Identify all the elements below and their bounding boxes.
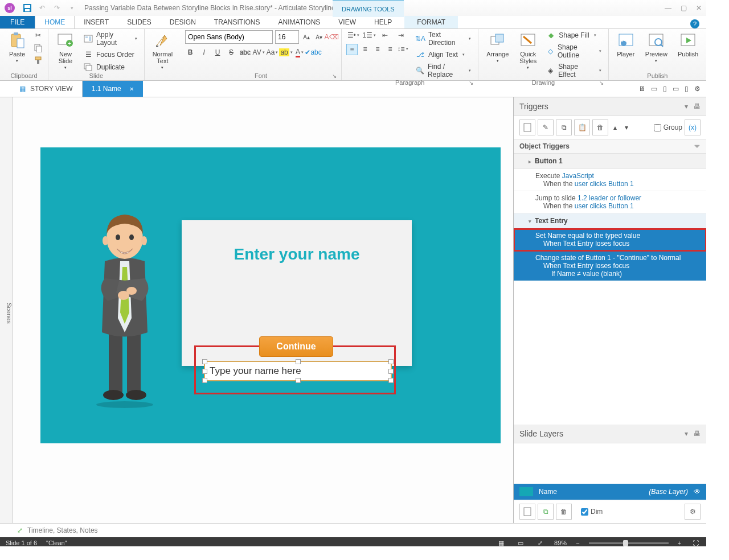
edit-trigger-button[interactable]: ✎ — [538, 120, 554, 135]
launcher-icon[interactable]: ↘ — [599, 80, 604, 86]
shape-outline-button[interactable]: ◇Shape Outline — [544, 43, 603, 60]
align-right-icon[interactable]: ≡ — [372, 44, 383, 54]
device-desktop-icon[interactable]: 🖥 — [638, 84, 645, 94]
redo-icon[interactable]: ↷ — [52, 3, 62, 13]
find-replace-button[interactable]: 🔍Find / Replace — [413, 62, 473, 79]
clear-format-icon[interactable]: A⌫ — [326, 32, 337, 42]
player-button[interactable]: Player — [613, 30, 638, 59]
copy-icon[interactable] — [33, 43, 43, 53]
minimize-icon[interactable]: — — [665, 4, 671, 12]
trigger-item[interactable]: Execute JavaScript When the user clicks … — [514, 169, 706, 191]
char-spacing-icon[interactable]: AV — [253, 47, 264, 57]
save-icon[interactable] — [23, 3, 32, 13]
underline-icon[interactable]: U — [212, 47, 223, 57]
cut-icon[interactable]: ✂ — [33, 30, 43, 40]
expand-icon[interactable]: ⤢ — [17, 526, 23, 534]
device-tablet-portrait-icon[interactable]: ▯ — [663, 84, 667, 94]
zoom-out-icon[interactable]: − — [576, 540, 579, 546]
scenes-strip[interactable]: Scenes — [0, 97, 13, 523]
text-entry-field[interactable]: Type your name here — [204, 361, 392, 381]
justify-icon[interactable]: ≡ — [385, 44, 395, 54]
maximize-icon[interactable]: ▢ — [681, 4, 687, 12]
tab-animations[interactable]: ANIMATIONS — [269, 16, 330, 28]
duplicate-layer-button[interactable]: ⧉ — [538, 504, 554, 520]
highlight-icon[interactable]: ab — [281, 47, 291, 57]
device-phone-landscape-icon[interactable]: ▭ — [673, 84, 679, 94]
move-up-icon[interactable]: ▴ — [611, 120, 620, 135]
italic-icon[interactable]: I — [199, 47, 209, 57]
publish-button[interactable]: Publish — [674, 30, 702, 59]
device-tablet-landscape-icon[interactable]: ▭ — [651, 84, 657, 94]
bullets-icon[interactable]: ☰• — [346, 30, 360, 40]
zoom-in-icon[interactable]: + — [678, 540, 681, 546]
normal-text-button[interactable]: Normal Text▾ — [149, 30, 176, 71]
strike-icon[interactable]: S — [226, 47, 236, 57]
paste-button[interactable]: Paste▾ — [5, 30, 30, 64]
copy-trigger-button[interactable]: ⧉ — [556, 120, 572, 135]
trigger-node-button1[interactable]: Button 1 — [514, 154, 706, 169]
shape-fill-button[interactable]: ◆Shape Fill — [544, 30, 603, 40]
trigger-item[interactable]: Jump to slide 1.2 leader or follower Whe… — [514, 191, 706, 213]
bold-icon[interactable]: B — [185, 47, 195, 57]
tab-insert[interactable]: INSERT — [75, 16, 118, 28]
paste-trigger-button[interactable]: 📋 — [574, 120, 590, 135]
preview-button[interactable]: Preview▾ — [642, 30, 671, 64]
close-tab-icon[interactable]: ✕ — [129, 86, 134, 92]
canvas[interactable]: Enter your name Type your name here — [13, 97, 513, 523]
duplicate-button[interactable]: Duplicate — [81, 62, 140, 72]
new-trigger-button[interactable] — [519, 120, 535, 135]
eye-icon[interactable]: 👁 — [694, 488, 701, 496]
font-family-select[interactable] — [185, 30, 273, 44]
layer-settings-button[interactable]: ⚙ — [685, 504, 701, 520]
undo-icon[interactable]: ↶ — [38, 3, 47, 13]
zoom-slider[interactable] — [589, 542, 669, 544]
collapse-icon[interactable]: ▾ — [685, 430, 688, 438]
tab-help[interactable]: HELP — [365, 16, 401, 28]
group-checkbox[interactable]: Group — [654, 123, 682, 131]
base-layer-item[interactable]: Name (Base Layer) 👁 — [514, 484, 706, 500]
decrease-indent-icon[interactable]: ⇤ — [378, 30, 392, 40]
print-icon[interactable]: 🖶 — [694, 102, 701, 110]
filter-icon[interactable]: ⏷ — [694, 142, 701, 150]
fit-window-icon[interactable]: ⛶ — [690, 538, 701, 546]
align-text-button[interactable]: ⎇Align Text — [413, 50, 473, 60]
format-painter-icon[interactable] — [33, 55, 43, 65]
close-window-icon[interactable]: ✕ — [696, 4, 702, 12]
increase-indent-icon[interactable]: ⇥ — [394, 30, 408, 40]
grid-view-icon[interactable]: ▦ — [496, 538, 506, 546]
tab-home[interactable]: HOME — [35, 15, 75, 28]
arrange-button[interactable]: Arrange▾ — [483, 30, 512, 64]
quick-styles-button[interactable]: Quick Styles▾ — [515, 30, 540, 71]
spellcheck-icon[interactable]: ✔abc — [308, 47, 318, 57]
new-slide-button[interactable]: + New Slide▾ — [53, 30, 78, 71]
apply-layout-button[interactable]: Apply Layout — [81, 30, 140, 47]
shape-effect-button[interactable]: ◈Shape Effect — [544, 62, 603, 79]
single-view-icon[interactable]: ▭ — [515, 538, 526, 546]
line-spacing-icon[interactable]: ↕≡ — [398, 44, 408, 54]
tab-format[interactable]: FORMAT — [404, 16, 458, 28]
continue-button[interactable]: Continue — [259, 336, 333, 357]
timeline-strip[interactable]: ⤢ Timeline, States, Notes — [0, 523, 706, 537]
gear-icon[interactable]: ⚙ — [694, 84, 701, 94]
collapse-icon[interactable]: ▾ — [685, 102, 688, 110]
move-down-icon[interactable]: ▾ — [622, 120, 631, 135]
qat-customize-icon[interactable]: ▾ — [67, 3, 76, 13]
launcher-icon[interactable]: ↘ — [469, 80, 473, 86]
tab-design[interactable]: DESIGN — [161, 16, 205, 28]
variables-button[interactable]: (x) — [685, 120, 701, 135]
tab-transitions[interactable]: TRANSITIONS — [205, 16, 269, 28]
delete-trigger-button[interactable]: 🗑 — [592, 120, 608, 135]
font-color-icon[interactable]: A — [294, 47, 305, 57]
tab-slides[interactable]: SLIDES — [118, 16, 161, 28]
help-icon[interactable]: ? — [690, 19, 699, 28]
tab-view[interactable]: VIEW — [329, 16, 365, 28]
fit-icon[interactable]: ⤢ — [535, 538, 545, 546]
increase-font-icon[interactable]: A▴ — [301, 32, 312, 42]
trigger-node-text-entry[interactable]: Text Entry — [514, 213, 706, 229]
align-left-icon[interactable]: ≡ — [346, 44, 358, 55]
change-case-icon[interactable]: Aa — [267, 47, 277, 57]
tab-file[interactable]: FILE — [0, 16, 35, 28]
trigger-item[interactable]: Change state of Button 1 - "Continue" to… — [514, 251, 706, 281]
shadow-icon[interactable]: abc — [240, 47, 250, 57]
launcher-icon[interactable]: ↘ — [332, 73, 337, 79]
